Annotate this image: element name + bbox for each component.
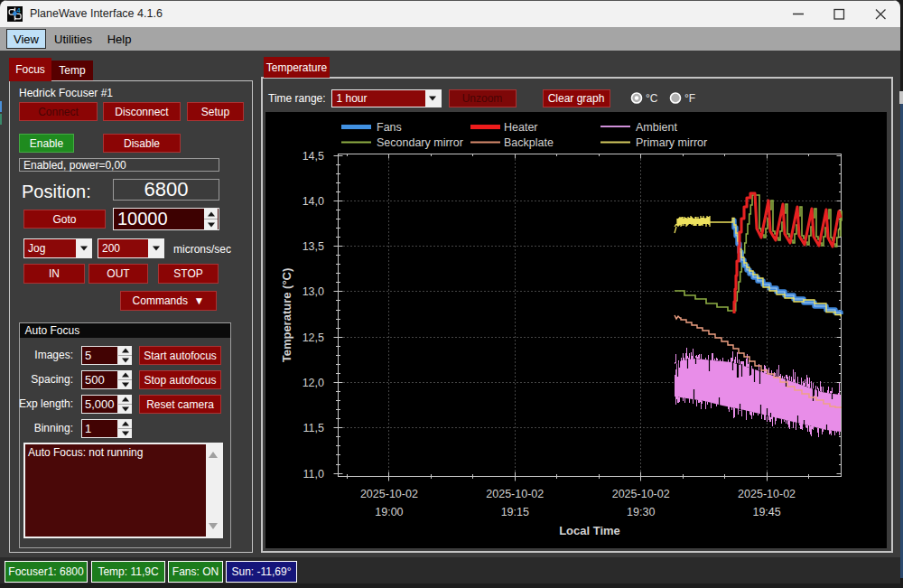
svg-text:Temperature (°C): Temperature (°C): [280, 268, 293, 363]
svg-text:2025-10-02: 2025-10-02: [738, 488, 796, 500]
svg-text:Secondary mirror: Secondary mirror: [377, 136, 463, 149]
svg-text:14,0: 14,0: [303, 195, 324, 208]
svg-text:Primary mirror: Primary mirror: [636, 136, 707, 149]
svg-text:19:45: 19:45: [752, 506, 780, 518]
svg-text:14,5: 14,5: [303, 150, 324, 163]
svg-text:°F: °F: [684, 92, 695, 105]
svg-text:19:00: 19:00: [375, 506, 403, 518]
svg-text:2025-10-02: 2025-10-02: [612, 488, 670, 500]
svg-text:12,5: 12,5: [303, 331, 324, 344]
svg-text:Heater: Heater: [504, 121, 538, 134]
svg-text:2025-10-02: 2025-10-02: [486, 488, 544, 500]
svg-text:12,0: 12,0: [303, 377, 324, 389]
svg-text:Backplate: Backplate: [504, 136, 554, 149]
svg-text:11,0: 11,0: [303, 468, 324, 481]
svg-text:11,5: 11,5: [303, 422, 324, 434]
svg-text:13,5: 13,5: [303, 240, 324, 253]
svg-text:Local Time: Local Time: [559, 524, 620, 537]
svg-text:Fans: Fans: [377, 121, 402, 134]
svg-text:°C: °C: [646, 92, 658, 105]
svg-text:13,0: 13,0: [303, 285, 324, 298]
svg-text:Ambient: Ambient: [636, 121, 677, 134]
svg-text:2025-10-02: 2025-10-02: [360, 488, 418, 500]
svg-text:19:30: 19:30: [627, 506, 655, 518]
svg-text:19:15: 19:15: [501, 506, 529, 518]
